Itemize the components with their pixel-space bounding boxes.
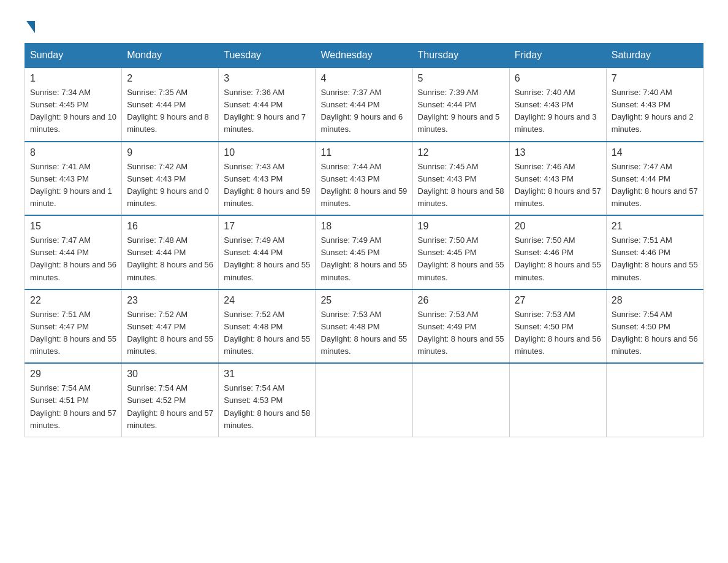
day-number: 27 [515, 295, 601, 306]
day-info: Sunrise: 7:49 AMSunset: 4:44 PMDaylight:… [224, 234, 310, 284]
day-cell-7: 7 Sunrise: 7:40 AMSunset: 4:43 PMDayligh… [606, 67, 703, 142]
day-info: Sunrise: 7:41 AMSunset: 4:43 PMDaylight:… [30, 161, 116, 210]
day-cell-22: 22 Sunrise: 7:51 AMSunset: 4:47 PMDaylig… [25, 289, 122, 364]
day-cell-20: 20 Sunrise: 7:50 AMSunset: 4:46 PMDaylig… [509, 215, 606, 289]
day-number: 10 [224, 147, 310, 158]
day-cell-5: 5 Sunrise: 7:39 AMSunset: 4:44 PMDayligh… [412, 67, 509, 142]
day-number: 30 [127, 369, 213, 380]
day-number: 3 [224, 73, 310, 84]
day-number: 9 [127, 147, 213, 158]
empty-cell [509, 363, 606, 437]
day-number: 12 [418, 147, 504, 158]
day-info: Sunrise: 7:48 AMSunset: 4:44 PMDaylight:… [127, 234, 213, 284]
calendar-table: SundayMondayTuesdayWednesdayThursdayFrid… [25, 43, 703, 437]
day-info: Sunrise: 7:39 AMSunset: 4:44 PMDaylight:… [418, 86, 504, 136]
day-number: 26 [418, 295, 504, 306]
day-info: Sunrise: 7:45 AMSunset: 4:43 PMDaylight:… [418, 161, 504, 210]
day-cell-10: 10 Sunrise: 7:43 AMSunset: 4:43 PMDaylig… [219, 142, 316, 216]
week-row-1: 1 Sunrise: 7:34 AMSunset: 4:45 PMDayligh… [25, 67, 703, 142]
day-cell-28: 28 Sunrise: 7:54 AMSunset: 4:50 PMDaylig… [606, 289, 703, 364]
day-info: Sunrise: 7:54 AMSunset: 4:52 PMDaylight:… [127, 382, 213, 432]
day-info: Sunrise: 7:42 AMSunset: 4:43 PMDaylight:… [127, 161, 213, 210]
day-cell-24: 24 Sunrise: 7:52 AMSunset: 4:48 PMDaylig… [219, 289, 316, 364]
day-cell-3: 3 Sunrise: 7:36 AMSunset: 4:44 PMDayligh… [219, 67, 316, 142]
day-number: 1 [30, 73, 116, 84]
header-friday: Friday [509, 44, 606, 68]
day-cell-21: 21 Sunrise: 7:51 AMSunset: 4:46 PMDaylig… [606, 215, 703, 289]
day-info: Sunrise: 7:40 AMSunset: 4:43 PMDaylight:… [515, 86, 601, 136]
day-number: 15 [30, 221, 116, 232]
header-saturday: Saturday [606, 44, 703, 68]
empty-cell [606, 363, 703, 437]
day-number: 4 [320, 73, 407, 84]
day-number: 11 [320, 147, 407, 158]
day-cell-18: 18 Sunrise: 7:49 AMSunset: 4:45 PMDaylig… [316, 215, 412, 289]
day-cell-30: 30 Sunrise: 7:54 AMSunset: 4:52 PMDaylig… [122, 363, 219, 437]
day-number: 23 [127, 295, 213, 306]
day-cell-1: 1 Sunrise: 7:34 AMSunset: 4:45 PMDayligh… [25, 67, 122, 142]
day-number: 5 [418, 73, 504, 84]
day-info: Sunrise: 7:54 AMSunset: 4:53 PMDaylight:… [224, 382, 310, 432]
day-number: 21 [612, 221, 698, 232]
header-thursday: Thursday [412, 44, 509, 68]
day-number: 18 [320, 221, 407, 232]
day-info: Sunrise: 7:34 AMSunset: 4:45 PMDaylight:… [30, 86, 116, 136]
day-cell-8: 8 Sunrise: 7:41 AMSunset: 4:43 PMDayligh… [25, 142, 122, 216]
day-number: 2 [127, 73, 213, 84]
day-info: Sunrise: 7:53 AMSunset: 4:48 PMDaylight:… [320, 308, 407, 358]
day-cell-25: 25 Sunrise: 7:53 AMSunset: 4:48 PMDaylig… [316, 289, 412, 364]
day-cell-19: 19 Sunrise: 7:50 AMSunset: 4:45 PMDaylig… [412, 215, 509, 289]
header-wednesday: Wednesday [316, 44, 412, 68]
day-cell-12: 12 Sunrise: 7:45 AMSunset: 4:43 PMDaylig… [412, 142, 509, 216]
day-info: Sunrise: 7:35 AMSunset: 4:44 PMDaylight:… [127, 86, 213, 136]
day-cell-23: 23 Sunrise: 7:52 AMSunset: 4:47 PMDaylig… [122, 289, 219, 364]
day-info: Sunrise: 7:43 AMSunset: 4:43 PMDaylight:… [224, 161, 310, 210]
day-info: Sunrise: 7:49 AMSunset: 4:45 PMDaylight:… [320, 234, 407, 284]
day-info: Sunrise: 7:50 AMSunset: 4:46 PMDaylight:… [515, 234, 601, 284]
week-row-2: 8 Sunrise: 7:41 AMSunset: 4:43 PMDayligh… [25, 142, 703, 216]
day-info: Sunrise: 7:47 AMSunset: 4:44 PMDaylight:… [30, 234, 116, 284]
day-info: Sunrise: 7:52 AMSunset: 4:47 PMDaylight:… [127, 308, 213, 358]
day-number: 31 [224, 369, 310, 380]
day-cell-9: 9 Sunrise: 7:42 AMSunset: 4:43 PMDayligh… [122, 142, 219, 216]
day-info: Sunrise: 7:46 AMSunset: 4:43 PMDaylight:… [515, 161, 601, 210]
day-info: Sunrise: 7:54 AMSunset: 4:50 PMDaylight:… [612, 308, 698, 358]
day-info: Sunrise: 7:52 AMSunset: 4:48 PMDaylight:… [224, 308, 310, 358]
day-number: 24 [224, 295, 310, 306]
day-info: Sunrise: 7:47 AMSunset: 4:44 PMDaylight:… [612, 161, 698, 210]
day-info: Sunrise: 7:51 AMSunset: 4:47 PMDaylight:… [30, 308, 116, 358]
day-cell-4: 4 Sunrise: 7:37 AMSunset: 4:44 PMDayligh… [316, 67, 412, 142]
day-info: Sunrise: 7:44 AMSunset: 4:43 PMDaylight:… [320, 161, 407, 210]
day-cell-17: 17 Sunrise: 7:49 AMSunset: 4:44 PMDaylig… [219, 215, 316, 289]
day-number: 8 [30, 147, 116, 158]
day-info: Sunrise: 7:36 AMSunset: 4:44 PMDaylight:… [224, 86, 310, 136]
day-info: Sunrise: 7:54 AMSunset: 4:51 PMDaylight:… [30, 382, 116, 432]
day-number: 6 [515, 73, 601, 84]
logo-arrow-icon [26, 21, 35, 33]
day-number: 16 [127, 221, 213, 232]
day-cell-26: 26 Sunrise: 7:53 AMSunset: 4:49 PMDaylig… [412, 289, 509, 364]
empty-cell [316, 363, 412, 437]
day-cell-16: 16 Sunrise: 7:48 AMSunset: 4:44 PMDaylig… [122, 215, 219, 289]
header-tuesday: Tuesday [219, 44, 316, 68]
day-number: 7 [612, 73, 698, 84]
day-number: 17 [224, 221, 310, 232]
day-number: 13 [515, 147, 601, 158]
week-row-4: 22 Sunrise: 7:51 AMSunset: 4:47 PMDaylig… [25, 289, 703, 364]
day-cell-29: 29 Sunrise: 7:54 AMSunset: 4:51 PMDaylig… [25, 363, 122, 437]
day-cell-14: 14 Sunrise: 7:47 AMSunset: 4:44 PMDaylig… [606, 142, 703, 216]
header-sunday: Sunday [25, 44, 122, 68]
day-cell-2: 2 Sunrise: 7:35 AMSunset: 4:44 PMDayligh… [122, 67, 219, 142]
day-cell-15: 15 Sunrise: 7:47 AMSunset: 4:44 PMDaylig… [25, 215, 122, 289]
day-info: Sunrise: 7:51 AMSunset: 4:46 PMDaylight:… [612, 234, 698, 284]
day-number: 29 [30, 369, 116, 380]
page-header [25, 18, 703, 31]
day-cell-11: 11 Sunrise: 7:44 AMSunset: 4:43 PMDaylig… [316, 142, 412, 216]
header-monday: Monday [122, 44, 219, 68]
day-info: Sunrise: 7:53 AMSunset: 4:50 PMDaylight:… [515, 308, 601, 358]
week-row-3: 15 Sunrise: 7:47 AMSunset: 4:44 PMDaylig… [25, 215, 703, 289]
logo [25, 18, 35, 31]
day-info: Sunrise: 7:50 AMSunset: 4:45 PMDaylight:… [418, 234, 504, 284]
week-row-5: 29 Sunrise: 7:54 AMSunset: 4:51 PMDaylig… [25, 363, 703, 437]
day-info: Sunrise: 7:37 AMSunset: 4:44 PMDaylight:… [320, 86, 407, 136]
